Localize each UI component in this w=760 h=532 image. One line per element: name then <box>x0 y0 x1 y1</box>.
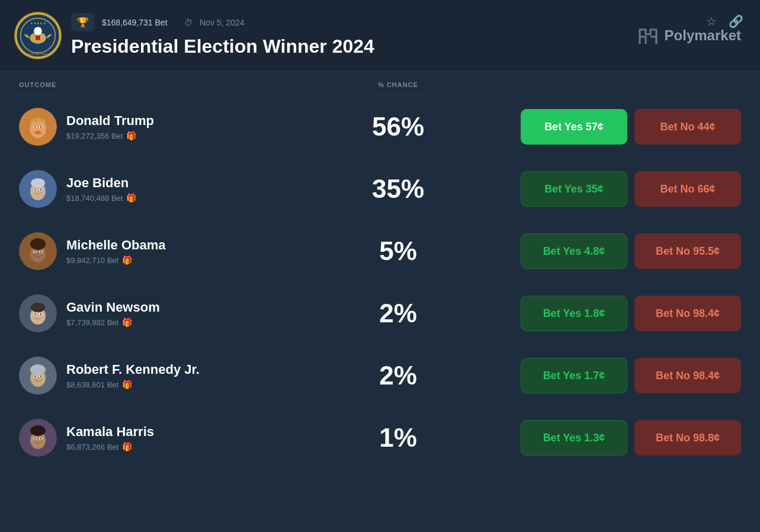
svg-text:PRESIDENT OF THE UNITED STATES: PRESIDENT OF THE UNITED STATES <box>18 53 57 56</box>
candidate-row: Donald Trump $19,272,356 Bet 🎁 56% Bet Y… <box>14 96 746 158</box>
chance-percent: 1% <box>379 423 417 452</box>
candidate-row: Kamala Harris $6,873,266 Bet 🎁 1% Bet Ye… <box>14 407 746 469</box>
chance-column: 35% <box>351 174 445 204</box>
header: ★ ★ ★ ★ ★ PRESIDENT OF THE UNITED STATES… <box>0 0 760 72</box>
svg-point-34 <box>31 303 45 312</box>
candidate-row: Joe Biden $18,740,488 Bet 🎁 35% Bet Yes … <box>14 158 746 220</box>
svg-point-27 <box>30 238 46 250</box>
candidate-avatar <box>19 170 57 208</box>
chance-column: 56% <box>351 112 445 142</box>
candidate-row: Gavin Newsom $7,739,982 Bet 🎁 2% Bet Yes… <box>14 283 746 345</box>
svg-text:★ ★ ★ ★ ★: ★ ★ ★ ★ ★ <box>30 22 46 25</box>
candidate-row: Robert F. Kennedy Jr. $8,638,601 Bet 🎁 2… <box>14 345 746 407</box>
candidate-avatar <box>19 357 57 395</box>
bet-no-button[interactable]: Bet No 66¢ <box>634 171 741 207</box>
candidates-table: OUTCOME % CHANCE Donald Trump $19,272,35… <box>0 72 760 469</box>
candidate-info: Robert F. Kennedy Jr. $8,638,601 Bet 🎁 <box>19 357 351 395</box>
candidate-name: Gavin Newsom <box>66 300 160 315</box>
bet-actions: Bet Yes 1.8¢ Bet No 98.4¢ <box>445 296 741 331</box>
page-wrapper: ★ ★ ★ ★ ★ PRESIDENT OF THE UNITED STATES… <box>0 0 760 532</box>
avatar-wrapper <box>19 294 57 332</box>
candidate-bet-amount: $18,740,488 Bet 🎁 <box>66 193 136 203</box>
candidate-info: Kamala Harris $6,873,266 Bet 🎁 <box>19 419 351 457</box>
bet-actions: Bet Yes 4.8¢ Bet No 95.5¢ <box>445 233 741 269</box>
header-meta: 🏆 $168,649,731 Bet · ⏱ Nov 5, 2024 Presi… <box>71 13 628 57</box>
share-button[interactable]: 🔗 <box>726 12 746 31</box>
candidate-avatar <box>19 232 57 270</box>
svg-rect-5 <box>36 36 40 40</box>
candidate-name: Robert F. Kennedy Jr. <box>66 362 200 377</box>
polymarket-logo-icon <box>637 25 659 46</box>
chance-column: 2% <box>351 361 445 390</box>
clock-icon: ⏱ <box>184 18 193 27</box>
bet-yes-button[interactable]: Bet Yes 1.3¢ <box>521 420 627 456</box>
candidate-row: Michelle Obama $9,842,710 Bet 🎁 5% Bet Y… <box>14 220 746 283</box>
candidate-avatar <box>19 419 57 457</box>
bet-yes-button[interactable]: Bet Yes 57¢ <box>521 109 627 145</box>
bet-actions: Bet Yes 35¢ Bet No 66¢ <box>445 171 741 207</box>
avatar-wrapper <box>19 232 57 270</box>
avatar-wrapper <box>19 357 57 395</box>
svg-point-18 <box>34 189 36 191</box>
candidate-details: Robert F. Kennedy Jr. $8,638,601 Bet 🎁 <box>66 362 200 389</box>
candidate-details: Kamala Harris $6,873,266 Bet 🎁 <box>66 424 154 451</box>
svg-point-47 <box>40 438 42 440</box>
chance-column-header: % CHANCE <box>351 81 445 88</box>
bet-yes-button[interactable]: Bet Yes 4.8¢ <box>521 233 627 269</box>
svg-point-48 <box>30 425 46 436</box>
bet-actions: Bet Yes 1.7¢ Bet No 98.4¢ <box>445 358 741 393</box>
candidate-bet-amount: $6,873,266 Bet 🎁 <box>66 442 154 451</box>
candidate-bet-amount: $8,638,601 Bet 🎁 <box>66 380 200 389</box>
outcome-column-header: OUTCOME <box>19 81 351 88</box>
svg-point-26 <box>40 251 42 253</box>
gift-icon: 🎁 <box>126 193 136 203</box>
candidate-name: Joe Biden <box>66 175 136 191</box>
avatar-wrapper <box>19 170 57 208</box>
candidate-details: Michelle Obama $9,842,710 Bet 🎁 <box>66 238 166 265</box>
bet-yes-button[interactable]: Bet Yes 1.7¢ <box>521 358 627 393</box>
svg-point-12 <box>40 126 42 128</box>
candidate-info: Donald Trump $19,272,356 Bet 🎁 <box>19 108 351 146</box>
candidate-bet-amount: $9,842,710 Bet 🎁 <box>66 255 166 265</box>
avatar-wrapper <box>19 419 57 457</box>
bet-no-button[interactable]: Bet No 98.8¢ <box>634 420 741 456</box>
presidential-seal-logo: ★ ★ ★ ★ ★ PRESIDENT OF THE UNITED STATES <box>14 12 62 59</box>
gift-icon: 🎁 <box>122 442 132 451</box>
bet-yes-button[interactable]: Bet Yes 35¢ <box>521 171 627 207</box>
trophy-badge: 🏆 <box>71 13 95 31</box>
gift-icon: 🎁 <box>122 255 132 265</box>
bet-no-button[interactable]: Bet No 98.4¢ <box>634 296 741 331</box>
svg-point-3 <box>34 27 42 35</box>
chance-percent: 2% <box>379 299 417 328</box>
bet-no-button[interactable]: Bet No 95.5¢ <box>634 233 741 269</box>
page-title: Presidential Election Winner 2024 <box>71 35 628 57</box>
svg-point-46 <box>34 438 36 440</box>
candidate-name: Donald Trump <box>66 113 154 129</box>
svg-point-33 <box>40 313 42 315</box>
candidate-bet-amount: $7,739,982 Bet 🎁 <box>66 318 160 327</box>
candidate-details: Donald Trump $19,272,356 Bet 🎁 <box>66 113 154 140</box>
candidate-bet-amount: $19,272,356 Bet 🎁 <box>66 131 154 140</box>
chance-percent: 5% <box>379 236 417 265</box>
chance-column: 5% <box>351 236 445 266</box>
gift-icon: 🎁 <box>126 131 136 140</box>
bookmark-button[interactable]: ☆ <box>704 12 719 31</box>
trophy-icon: 🏆 <box>77 17 89 28</box>
svg-point-11 <box>34 126 36 128</box>
event-date: Nov 5, 2024 <box>200 18 245 27</box>
total-bet-amount: $168,649,731 Bet <box>102 18 168 27</box>
svg-point-19 <box>40 189 42 191</box>
svg-point-32 <box>34 313 36 315</box>
svg-point-25 <box>34 251 36 253</box>
candidate-name: Michelle Obama <box>66 238 166 253</box>
bet-no-button[interactable]: Bet No 44¢ <box>634 109 741 145</box>
table-header: OUTCOME % CHANCE <box>14 72 746 96</box>
separator: · <box>175 17 177 28</box>
chance-column: 2% <box>351 299 445 328</box>
bet-actions: Bet Yes 57¢ Bet No 44¢ <box>445 109 741 145</box>
chance-percent: 2% <box>379 361 417 390</box>
candidate-avatar <box>19 108 57 146</box>
bet-yes-button[interactable]: Bet Yes 1.8¢ <box>521 296 627 331</box>
bet-no-button[interactable]: Bet No 98.4¢ <box>634 358 741 393</box>
svg-point-13 <box>34 131 41 134</box>
